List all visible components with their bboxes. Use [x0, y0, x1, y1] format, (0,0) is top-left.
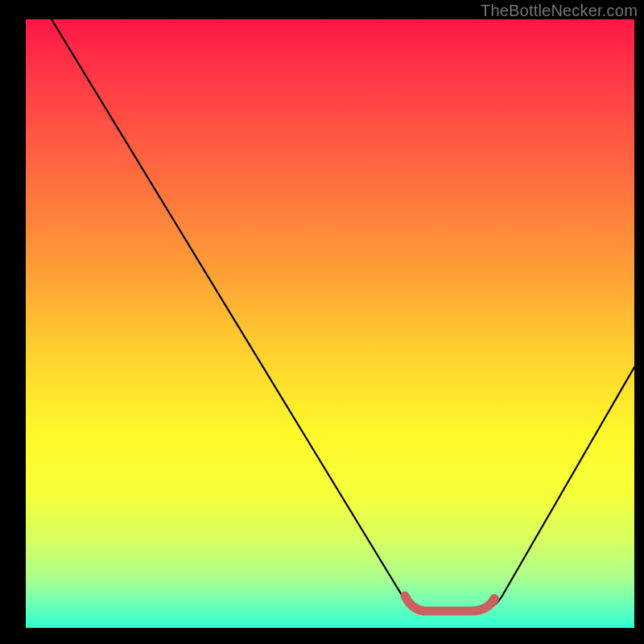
- bottleneck-curve: [52, 19, 634, 612]
- chart-svg: [26, 19, 634, 628]
- trough-accent: [405, 596, 494, 611]
- watermark-text: TheBottleNecker.com: [481, 2, 638, 20]
- chart-plot-area: [26, 19, 634, 628]
- trough-dot: [489, 594, 499, 604]
